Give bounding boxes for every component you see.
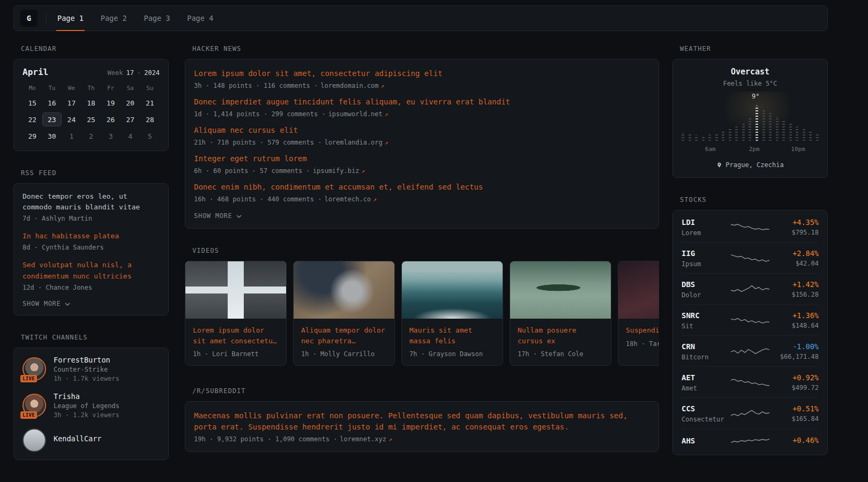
video-card[interactable]: Aliquam tempor dolor nec pharetra… 1h · … (293, 261, 395, 366)
weather-bar (708, 134, 711, 141)
channel-game: Counter-Strike (54, 366, 119, 373)
weather-card: Overcast Feels like 5°C 9° 6am 2pm 10pm … (672, 59, 828, 178)
subreddit-post-link[interactable]: Maecenas mollis pulvinar erat non posuer… (194, 410, 650, 433)
stock-change: +0.46% (769, 436, 819, 445)
stocks-section-title: STOCKS (680, 196, 828, 204)
stock-row[interactable]: AET Amet +0.92% $499.72 (682, 367, 819, 398)
stock-change: -1.00% (769, 342, 819, 351)
tab-page-2[interactable]: Page 2 (100, 6, 128, 31)
chevron-down-icon (236, 215, 242, 218)
hn-story-link[interactable]: Aliquam nec cursus elit (194, 125, 650, 136)
calendar-day: 25 (81, 112, 101, 126)
stock-row[interactable]: CCS Consectetur +0.51% $165.84 (682, 398, 819, 429)
hn-story-link[interactable]: Lorem ipsum dolor sit amet, consectetur … (194, 68, 650, 79)
hn-domain-link[interactable]: loremtech.co ↗ (324, 195, 376, 203)
hn-story-link[interactable]: Donec imperdiet augue tincidunt felis al… (194, 96, 650, 108)
weather-bar (809, 131, 812, 141)
calendar-day: 5 (140, 129, 160, 143)
calendar-day: 28 (140, 112, 160, 126)
weather-bars (682, 103, 819, 141)
tab-page-1[interactable]: Page 1 (56, 6, 85, 31)
stocks-card: LDI Lorem +4.35% $795.18 IIG Ipsum (672, 210, 828, 455)
app-logo[interactable]: G (20, 10, 38, 27)
weather-bar (735, 126, 738, 141)
weather-bar (689, 134, 691, 141)
channel-name: KendallCarr (54, 434, 101, 443)
stock-ticker: AHS (682, 436, 695, 445)
calendar-day: 1 (62, 129, 81, 143)
stocks-widget: STOCKS LDI Lorem +4.35% $795.18 (672, 196, 828, 455)
stock-price: $165.84 (769, 415, 819, 423)
hn-domain-link[interactable]: loremlandia.org ↗ (324, 139, 388, 146)
video-card[interactable]: Mauris sit amet massa felis 7h · Grayson… (401, 261, 503, 366)
stock-sparkline (731, 375, 769, 389)
external-link-icon: ↗ (385, 139, 388, 146)
stock-price: $42.04 (769, 260, 819, 267)
weather-bar (742, 124, 745, 141)
twitch-channel[interactable]: KendallCarr (23, 428, 160, 452)
hackernews-section-title: HACKER NEWS (192, 45, 659, 52)
calendar-day: 18 (81, 96, 101, 110)
twitch-channel[interactable]: LIVE ForrestBurton Counter-Strike 1h · 1… (23, 356, 160, 382)
stock-ticker: AET (682, 373, 695, 382)
weather-location-text: Prague, Czechia (725, 161, 783, 169)
hn-story-link[interactable]: Integer eget rutrum lorem (194, 153, 650, 164)
weather-widget: WEATHER Overcast Feels like 5°C 9° 6am 2… (672, 45, 828, 178)
stock-row[interactable]: CRN Bitcorn -1.00% $66,171.48 (682, 336, 819, 367)
stock-name: Ipsum (682, 260, 731, 268)
weather-bar (816, 133, 819, 141)
hackernews-widget: HACKER NEWS Lorem ipsum dolor sit amet, … (185, 45, 659, 229)
video-meta: 7h · Grayson Dawson (409, 350, 495, 358)
stock-sparkline (731, 282, 769, 296)
hn-item: Donec imperdiet augue tincidunt felis al… (194, 96, 650, 118)
video-thumbnail (618, 261, 659, 319)
weather-bar-current (755, 106, 758, 141)
subreddit-domain-link[interactable]: loremnet.xyz ↗ (340, 435, 392, 443)
hn-meta: 1d · 1,414 points · 299 comments · ipsum… (194, 110, 650, 118)
twitch-section-title: TWITCH CHANNELS (21, 334, 169, 341)
stock-row[interactable]: DBS Dolor +1.42% $156.28 (682, 274, 819, 305)
hn-domain-link[interactable]: ipsumworld.net ↗ (328, 110, 388, 118)
weather-location: Prague, Czechia (682, 161, 819, 169)
channel-name: ForrestBurton (54, 356, 119, 364)
stock-price: $148.64 (769, 322, 819, 329)
page-tabs: Page 1 Page 2 Page 3 Page 4 (56, 6, 214, 31)
twitch-channel[interactable]: LIVE Trisha League of Legends 3h · 1.2k … (23, 392, 160, 419)
avatar: LIVE (23, 394, 46, 417)
calendar-day: 20 (121, 96, 140, 110)
calendar-day: 15 (23, 96, 42, 110)
external-link-icon: ↗ (373, 196, 377, 203)
video-card[interactable]: Lorem ipsum dolor sit amet consectetu… 1… (185, 261, 287, 366)
video-title: Nullam posuere cursus ex (518, 325, 603, 346)
weather-bar (702, 135, 705, 141)
rss-item-link[interactable]: Sed volutpat nulla nisl, a condimentum n… (23, 260, 160, 281)
stock-row[interactable]: IIG Ipsum +2.84% $42.04 (682, 243, 819, 274)
current-temp-label: 9° (752, 93, 759, 100)
video-card[interactable]: Suspendisse diam 18h · Tara (618, 261, 659, 366)
rss-show-more-button[interactable]: SHOW MORE (23, 300, 70, 307)
live-badge: LIVE (20, 411, 37, 419)
stock-change: +4.35% (769, 218, 819, 227)
video-meta: 1h · Lori Barnett (193, 350, 279, 358)
stock-ticker: SNRC (682, 311, 700, 320)
stock-row[interactable]: SNRC Sit +1.36% $148.64 (682, 305, 819, 336)
video-card[interactable]: Nullam posuere cursus ex 17h · Stefan Co… (510, 261, 611, 366)
rss-item-link[interactable]: Donec tempor eros leo, ut commodo mauris… (23, 191, 160, 213)
dashboard-page: G Page 1 Page 2 Page 3 Page 4 CALENDAR A… (0, 0, 868, 482)
stock-row[interactable]: AHS +0.46% (682, 429, 819, 454)
hn-story-link[interactable]: Donec enim nibh, condimentum et accumsan… (194, 182, 650, 193)
stock-change: +1.42% (769, 280, 819, 289)
subreddit-post: Maecenas mollis pulvinar erat non posuer… (194, 410, 650, 443)
stock-row[interactable]: LDI Lorem +4.35% $795.18 (682, 212, 819, 243)
location-pin-icon (716, 162, 722, 169)
hn-show-more-button[interactable]: SHOW MORE (194, 212, 242, 220)
calendar-day: 26 (101, 112, 121, 126)
rss-item-link[interactable]: In hac habitasse platea (23, 231, 160, 242)
calendar-day: 21 (140, 96, 160, 110)
tab-page-3[interactable]: Page 3 (143, 6, 171, 31)
hn-domain-link[interactable]: ipsumify.biz ↗ (313, 167, 365, 175)
weather-bar (695, 135, 698, 141)
tab-page-4[interactable]: Page 4 (186, 6, 214, 31)
hn-domain-link[interactable]: loremdomain.com ↗ (320, 82, 384, 89)
videos-section-title: VIDEOS (192, 247, 659, 254)
